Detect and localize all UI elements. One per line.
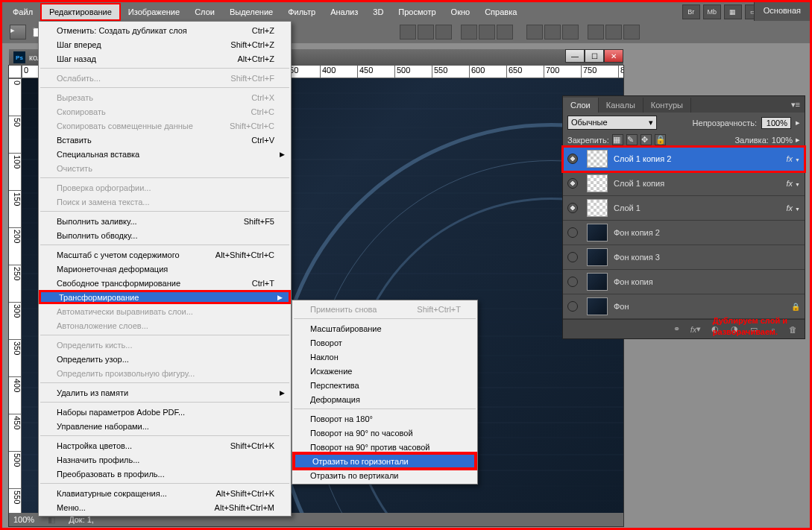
layer-thumbnail[interactable] (587, 224, 608, 242)
menuitem-Выполнить за[interactable]: Выполнить заливку...Shift+F5 (39, 214, 291, 228)
opacity-arrow-icon[interactable]: ▸ (796, 118, 800, 127)
visibility-eye-icon[interactable] (567, 301, 578, 312)
submenu-Искажение[interactable]: Искажение (292, 364, 477, 378)
layer-thumbnail[interactable] (587, 174, 608, 192)
menu-filter[interactable]: Фильтр (280, 4, 323, 19)
link-icon[interactable]: ⚭ (670, 324, 682, 335)
menuitem-Вставить[interactable]: ВставитьCtrl+V (39, 133, 291, 147)
visibility-eye-icon[interactable] (567, 203, 578, 213)
menu-layer[interactable]: Слои (187, 4, 222, 19)
close-button[interactable]: ✕ (604, 49, 623, 63)
menu-help[interactable]: Справка (477, 4, 524, 19)
visibility-eye-icon[interactable] (567, 178, 578, 189)
menu-window[interactable]: Окно (444, 4, 478, 19)
minibridge-icon[interactable]: Mb (703, 4, 721, 19)
workspace-primary[interactable]: Основная (754, 2, 810, 21)
layer-fx-icon[interactable]: fx▼ (787, 204, 801, 212)
menuitem-Наборы парам[interactable]: Наборы параметров Adobe PDF... (39, 405, 291, 419)
opacity-value[interactable]: 100% (761, 117, 791, 129)
layer-name[interactable]: Фон (614, 302, 629, 311)
menuitem-Управление н[interactable]: Управление наборами... (39, 419, 291, 433)
menuitem-Марионеточна[interactable]: Марионеточная деформация (39, 262, 291, 276)
tab-paths[interactable]: Контуры (643, 98, 691, 113)
lock-all-icon[interactable]: 🔒 (655, 134, 666, 145)
submenu-Масштабировани[interactable]: Масштабирование (292, 321, 477, 335)
menuitem-Масштаб с уч[interactable]: Масштаб с учетом содержимогоAlt+Shift+Ct… (39, 247, 291, 262)
layer-row[interactable]: Фон копия 2 (563, 221, 805, 245)
lock-transparency-icon[interactable]: ▦ (612, 134, 623, 145)
menuitem-Отменить: Со[interactable]: Отменить: Создать дубликат слояCtrl+Z (39, 23, 291, 37)
layer-row[interactable]: Слой 1 копияfx▼ (563, 171, 805, 196)
menuitem-Назначить пр[interactable]: Назначить профиль... (39, 452, 291, 467)
menu-select[interactable]: Выделение (222, 4, 280, 19)
align-icon[interactable] (400, 25, 416, 40)
fill-arrow-icon[interactable]: ▸ (796, 135, 800, 145)
layer-name[interactable]: Фон копия 3 (614, 253, 660, 262)
tab-channels[interactable]: Каналы (599, 98, 643, 113)
layer-thumbnail[interactable] (587, 150, 608, 168)
align-icon[interactable] (435, 25, 452, 40)
menuitem-Специальная [interactable]: Специальная вставка▶ (39, 147, 291, 161)
align-icon[interactable] (497, 25, 513, 40)
align-icon[interactable] (461, 25, 477, 40)
lock-position-icon[interactable]: ✥ (641, 134, 652, 145)
layer-row[interactable]: Фон копия (563, 270, 805, 294)
menu-image[interactable]: Изображение (121, 4, 187, 19)
bridge-icon[interactable]: Br (682, 4, 700, 19)
layer-name[interactable]: Слой 1 копия 2 (614, 154, 671, 163)
trash-icon[interactable]: 🗑 (787, 324, 799, 335)
lock-pixels-icon[interactable]: ✎ (626, 134, 638, 145)
menu-analysis[interactable]: Анализ (323, 4, 365, 19)
layer-name[interactable]: Фон копия (614, 277, 653, 286)
submenu-Перспектива[interactable]: Перспектива (292, 378, 477, 392)
layer-thumbnail[interactable] (587, 199, 608, 217)
viewextras-icon[interactable]: ▦ (724, 4, 742, 19)
distribute-icon[interactable] (544, 25, 561, 40)
distribute-icon[interactable] (588, 25, 604, 40)
layer-name[interactable]: Фон копия 2 (614, 228, 660, 237)
panel-menu-icon[interactable]: ▾≡ (787, 97, 805, 113)
menu-file[interactable]: Файл (5, 4, 40, 19)
submenu-Поворот[interactable]: Поворот (292, 335, 477, 350)
align-icon[interactable] (418, 25, 434, 40)
menuitem-Шаг вперед[interactable]: Шаг впередShift+Ctrl+Z (39, 37, 291, 51)
move-tool-icon[interactable]: ▸ (10, 25, 26, 40)
submenu-Отразить по ве[interactable]: Отразить по вертикали (292, 468, 477, 482)
menuitem-Клавиатурные[interactable]: Клавиатурные сокращения...Alt+Shift+Ctrl… (39, 486, 291, 500)
layer-name[interactable]: Слой 1 (614, 204, 641, 212)
visibility-eye-icon[interactable] (567, 252, 578, 262)
minimize-button[interactable]: — (565, 49, 585, 63)
visibility-eye-icon[interactable] (567, 227, 578, 238)
visibility-eye-icon[interactable] (567, 277, 578, 287)
layer-row[interactable]: Слой 1 копия 2fx▼ (563, 147, 805, 171)
menuitem-Меню...[interactable]: Меню...Alt+Shift+Ctrl+M (39, 500, 291, 514)
distribute-icon[interactable] (623, 25, 640, 40)
menuitem-Определить у[interactable]: Определить узор... (39, 352, 291, 366)
layer-thumbnail[interactable] (587, 297, 608, 315)
menuitem-Свободное тр[interactable]: Свободное трансформированиеCtrl+T (39, 276, 291, 290)
blend-mode-select[interactable]: Обычные ▾ (567, 116, 657, 130)
fx-icon[interactable]: fx▾ (690, 324, 702, 335)
submenu-Поворот на 180[interactable]: Поворот на 180° (292, 411, 477, 426)
submenu-Поворот на 90°[interactable]: Поворот на 90° против часовой (292, 440, 477, 454)
layer-fx-icon[interactable]: fx▼ (787, 179, 801, 188)
status-zoom[interactable]: 100% (13, 515, 34, 524)
layer-thumbnail[interactable] (587, 248, 608, 266)
visibility-eye-icon[interactable] (567, 154, 578, 164)
menuitem-Настройка цв[interactable]: Настройка цветов...Shift+Ctrl+K (39, 438, 291, 452)
layer-fx-icon[interactable]: fx▼ (787, 154, 801, 163)
tab-layers[interactable]: Слои (563, 98, 599, 113)
menu-view[interactable]: Просмотр (391, 4, 443, 19)
submenu-Отразить по го[interactable]: Отразить по горизонтали (295, 454, 475, 468)
layer-row[interactable]: Фон копия 3 (563, 245, 805, 270)
menuitem-Трансформиро[interactable]: Трансформирование▶ (39, 290, 291, 304)
fill-value[interactable]: 100% (772, 136, 793, 145)
menu-3d[interactable]: 3D (365, 4, 391, 19)
distribute-icon[interactable] (526, 25, 543, 40)
layer-thumbnail[interactable] (587, 273, 608, 291)
maximize-button[interactable]: ☐ (585, 49, 604, 63)
menuitem-Удалить из п[interactable]: Удалить из памяти▶ (39, 385, 291, 400)
submenu-Поворот на 90°[interactable]: Поворот на 90° по часовой (292, 426, 477, 440)
distribute-icon[interactable] (605, 25, 622, 40)
menuitem-Шаг назад[interactable]: Шаг назадAlt+Ctrl+Z (39, 51, 291, 66)
